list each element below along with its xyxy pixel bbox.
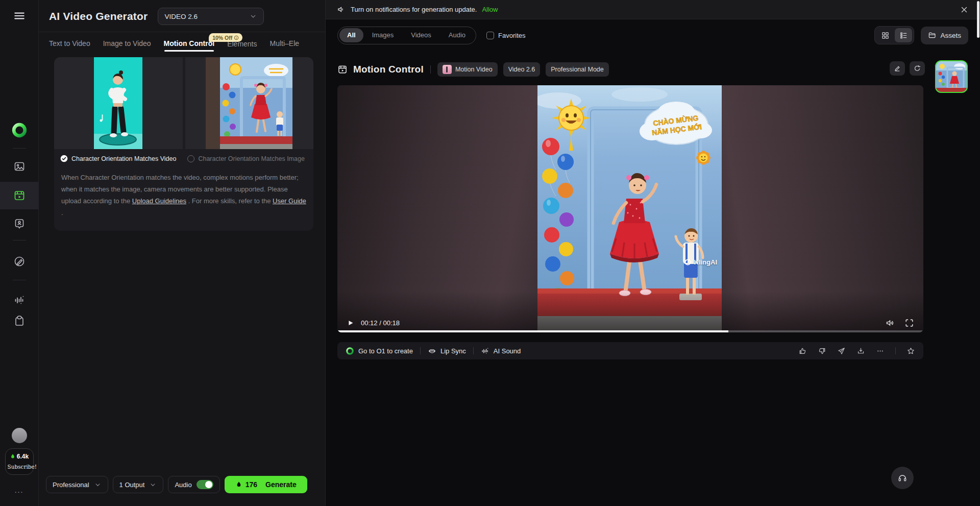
dancer-video-preview bbox=[94, 57, 142, 149]
generator-tabs: Text to Video Image to Video Motion Cont… bbox=[39, 32, 325, 55]
mode-select-value: Professional bbox=[53, 481, 89, 489]
upload-guidelines-link[interactable]: Upload Guidelines bbox=[132, 197, 186, 205]
favorites-filter[interactable]: Favorites bbox=[486, 32, 525, 39]
grid-view-button[interactable] bbox=[876, 28, 894, 42]
waveform-icon bbox=[481, 347, 489, 355]
left-rail: 6.4k Subscribe! ... bbox=[0, 0, 39, 506]
audio-toggle[interactable] bbox=[197, 480, 213, 489]
assets-label: Assets bbox=[940, 32, 961, 39]
generator-panel: AI Video Generator VIDEO 2.6 Text to Vid… bbox=[39, 0, 326, 506]
rail-divider bbox=[13, 240, 26, 240]
divider bbox=[420, 347, 421, 354]
speaker-icon bbox=[337, 5, 346, 14]
thumbs-up-icon[interactable] bbox=[798, 347, 807, 355]
media-type-tabs: All Images Videos Audio bbox=[337, 27, 476, 44]
player-progress-bar[interactable] bbox=[337, 330, 923, 332]
regenerate-button[interactable] bbox=[910, 61, 925, 76]
character-avatar-icon[interactable] bbox=[13, 218, 26, 230]
favorites-checkbox[interactable] bbox=[486, 32, 494, 39]
output-count-select[interactable]: 1 Output bbox=[113, 476, 164, 493]
radio-match-video[interactable]: Character Orientation Matches Video bbox=[60, 155, 176, 162]
share-icon[interactable] bbox=[837, 347, 846, 355]
credit-droplet-icon bbox=[235, 481, 242, 488]
tab-elements[interactable]: Elements bbox=[227, 40, 257, 56]
tab-images[interactable]: Images bbox=[363, 28, 403, 42]
reference-video-thumbnail[interactable] bbox=[54, 57, 183, 149]
orientation-description: When Character Orientation matches the v… bbox=[54, 165, 313, 231]
ai-sound-button[interactable]: AI Sound bbox=[481, 347, 521, 355]
radio-checked-icon bbox=[60, 155, 68, 162]
subscribe-badge[interactable]: 6.4k Subscribe! bbox=[5, 448, 34, 475]
video-editor-icon[interactable] bbox=[13, 255, 26, 268]
video-player[interactable]: CHÀO MỪNG NĂM HỌC MỚI bbox=[337, 85, 923, 332]
result-header-buttons bbox=[890, 61, 925, 76]
list-icon bbox=[899, 31, 908, 40]
thumbs-down-icon[interactable] bbox=[818, 347, 826, 355]
audio-label: Audio bbox=[175, 481, 191, 489]
tab-motion-control[interactable]: Motion Control bbox=[164, 39, 215, 55]
radio-match-image-label: Character Orientation Matches Image bbox=[198, 155, 304, 162]
badge-video-version[interactable]: Video 2.6 bbox=[503, 62, 541, 77]
time-display: 00:12 / 00:18 bbox=[361, 319, 400, 327]
tab-all[interactable]: All bbox=[339, 28, 363, 42]
hamburger-menu-icon[interactable] bbox=[13, 9, 26, 22]
player-controls: 00:12 / 00:18 bbox=[337, 318, 923, 328]
rail-more-dots[interactable]: ... bbox=[15, 486, 24, 494]
image-generation-icon[interactable] bbox=[13, 160, 26, 173]
badge-motion-video[interactable]: Motion Video bbox=[437, 62, 498, 77]
tab-image-to-video[interactable]: Image to Video bbox=[103, 39, 151, 55]
tab-text-to-video[interactable]: Text to Video bbox=[49, 39, 90, 55]
scrollbar-thumb[interactable] bbox=[977, 1, 979, 38]
chevron-down-icon bbox=[249, 12, 257, 20]
motion-control-card: Character Orientation Matches Video Char… bbox=[54, 57, 313, 231]
user-guide-link[interactable]: User Guide bbox=[273, 197, 306, 205]
fullscreen-icon[interactable] bbox=[904, 318, 914, 328]
mode-select[interactable]: Professional bbox=[46, 476, 108, 493]
assets-button[interactable]: Assets bbox=[921, 27, 968, 44]
motion-video-thumb bbox=[443, 65, 452, 74]
result-title: Motion Control bbox=[353, 64, 424, 75]
model-select[interactable]: VIDEO 2.6 bbox=[158, 8, 264, 25]
tab-videos[interactable]: Videos bbox=[402, 28, 440, 42]
output-count-value: 1 Output bbox=[119, 481, 145, 489]
more-icon[interactable] bbox=[876, 347, 885, 355]
edit-button[interactable] bbox=[890, 61, 905, 76]
ai-sound-icon[interactable] bbox=[13, 294, 26, 306]
list-view-button[interactable] bbox=[895, 28, 912, 42]
allow-notifications-link[interactable]: Allow bbox=[482, 6, 498, 13]
badge-professional-mode[interactable]: Professional Mode bbox=[546, 62, 609, 77]
sidebar-item-video-generator-active[interactable] bbox=[0, 182, 39, 209]
pencil-icon bbox=[893, 64, 901, 73]
lip-sync-button[interactable]: Lip Sync bbox=[428, 347, 466, 355]
tab-multi-elements[interactable]: Multi–Ele bbox=[270, 39, 300, 55]
go-to-o1-button[interactable]: Go to O1 to create bbox=[346, 347, 413, 355]
download-icon[interactable] bbox=[856, 347, 865, 355]
rail-divider bbox=[13, 148, 26, 149]
generate-button[interactable]: 176 Generate bbox=[225, 476, 307, 493]
result-thumbnail-selected[interactable] bbox=[935, 60, 968, 93]
volume-icon[interactable] bbox=[885, 318, 895, 328]
page-title: AI Video Generator bbox=[49, 10, 148, 22]
lips-icon bbox=[428, 347, 436, 355]
subscribe-label: Subscribe! bbox=[8, 464, 31, 470]
divider bbox=[895, 347, 896, 354]
tab-audio[interactable]: Audio bbox=[440, 28, 474, 42]
user-avatar[interactable] bbox=[12, 428, 27, 443]
kling-logo-icon[interactable] bbox=[11, 122, 28, 139]
credit-droplet-icon bbox=[10, 453, 16, 460]
o1-ring-icon bbox=[346, 347, 354, 355]
radio-match-image[interactable]: Character Orientation Matches Image bbox=[187, 155, 304, 162]
star-icon[interactable] bbox=[906, 347, 915, 355]
play-button[interactable] bbox=[347, 319, 354, 327]
divider bbox=[473, 347, 474, 354]
close-icon[interactable] bbox=[960, 5, 969, 14]
girl-image-preview bbox=[206, 57, 292, 149]
support-headphones-button[interactable] bbox=[891, 467, 914, 489]
reference-image-thumbnail[interactable] bbox=[185, 57, 314, 149]
virtual-tryon-shirt-icon[interactable] bbox=[13, 315, 26, 327]
result-header: Motion Control Motion Video Video 2.6 Pr… bbox=[337, 62, 609, 77]
audio-control: Audio bbox=[168, 476, 219, 493]
grid-icon bbox=[881, 31, 890, 40]
motion-control-icon bbox=[337, 64, 348, 75]
result-thumbnail-preview bbox=[936, 61, 967, 92]
